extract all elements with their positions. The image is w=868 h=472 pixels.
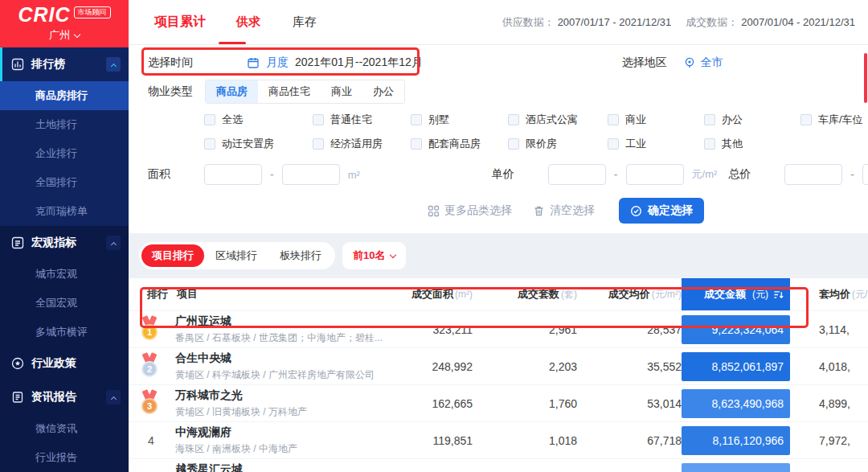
col-units: 成交套数 — [518, 288, 559, 300]
checkbox-box[interactable] — [204, 138, 215, 150]
checkbox-item[interactable]: 经济适用房 — [313, 135, 411, 153]
sidebar-section-policy[interactable]: 行业政策 — [0, 347, 129, 380]
price-min-input[interactable] — [548, 164, 606, 185]
checkbox-item[interactable]: 商业 — [608, 111, 704, 129]
table-row[interactable]: 1 广州亚运城番禺区 / 石基板块 / 世茂集团；中海地产；碧桂... 323,… — [129, 310, 868, 347]
col-rank: 排行 — [129, 287, 175, 302]
table-row[interactable]: 4 中海观澜府海珠区 / 南洲板块 / 中海地产 119,851 1,018 6… — [129, 421, 868, 458]
sidebar-item-industry-report[interactable]: 行业报告 — [0, 443, 129, 472]
collapse-toggle[interactable] — [106, 236, 121, 250]
checkbox-box[interactable] — [508, 114, 519, 125]
checkbox-box[interactable] — [313, 114, 324, 125]
tab-block-ranking[interactable]: 板块排行 — [268, 244, 333, 267]
deal-amount-cell: 8,623,490,968 — [682, 389, 790, 418]
checkbox-item[interactable]: 全选 — [204, 111, 313, 129]
checkbox-box[interactable] — [508, 138, 519, 150]
table-row[interactable]: 2 合生中央城黄埔区 / 科学城板块 / 广州宏祥房地产有限公司 248,992… — [129, 347, 868, 384]
chevron-up-icon — [110, 63, 116, 68]
sidebar-item-cric-list[interactable]: 克而瑞榜单 — [0, 197, 129, 226]
price-max-input[interactable] — [626, 164, 684, 185]
ptype-tab-residential[interactable]: 商品住宅 — [258, 80, 321, 103]
sidebar-item-land-ranking[interactable]: 土地排行 — [0, 110, 129, 139]
property-type-tabs: 商品房 商品住宅 商业 办公 — [205, 80, 405, 104]
grid-icon — [428, 205, 440, 217]
checkbox-item[interactable]: 别墅 — [411, 111, 508, 129]
checkbox-box[interactable] — [313, 138, 324, 150]
tab-district-ranking[interactable]: 区域排行 — [204, 244, 268, 267]
brand-logo[interactable]: CRIC 市场顾问 广州 — [0, 0, 129, 47]
ptype-tab-office[interactable]: 办公 — [362, 80, 404, 103]
area-max-input[interactable] — [282, 164, 340, 185]
tab-inventory[interactable]: 库存 — [293, 14, 317, 30]
checkbox-box[interactable] — [704, 114, 715, 125]
more-categories-button[interactable]: 更多品类选择 — [428, 203, 512, 218]
area-min-input[interactable] — [204, 164, 262, 185]
rank-number: 4 — [129, 434, 175, 447]
col-amount-sortable[interactable]: 成交金额(元) — [682, 278, 790, 310]
sidebar-item-multicity[interactable]: 多城市横评 — [0, 318, 129, 347]
project-name[interactable]: 中海观澜府 — [175, 425, 352, 440]
project-subtitle: 番禺区 / 石基板块 / 世茂集团；中海地产；碧桂... — [175, 331, 352, 345]
col-per-unit-price: 套均价 — [819, 288, 850, 300]
region-value[interactable]: 全市 — [701, 55, 723, 70]
checkbox-item[interactable]: 其他 — [704, 135, 800, 153]
time-range-value[interactable]: 2021年01月--2021年12月 — [295, 55, 423, 70]
deal-amount-cell: 9,223,324,064 — [682, 315, 790, 344]
scrollbar-thumb-red[interactable] — [864, 53, 867, 103]
total-min-input[interactable] — [784, 164, 842, 185]
gold-medal-icon: 1 — [140, 315, 159, 341]
project-name[interactable]: 万科城市之光 — [175, 388, 352, 403]
sidebar-item-enterprise-ranking[interactable]: 企业排行 — [0, 139, 129, 168]
sidebar-section-macro[interactable]: 宏观指标 — [0, 226, 129, 260]
top-n-dropdown[interactable]: 前10名 — [342, 242, 406, 269]
collapse-toggle[interactable] — [106, 57, 121, 72]
sidebar-item-commodity-ranking[interactable]: 商品房排行 — [0, 81, 129, 110]
sidebar-item-city-macro[interactable]: 城市宏观 — [0, 260, 129, 289]
checkbox-item[interactable]: 酒店式公寓 — [508, 111, 608, 129]
checkbox-box[interactable] — [204, 114, 215, 125]
total-max-input[interactable] — [862, 164, 868, 185]
sidebar-section-report[interactable]: 资讯报告 — [0, 380, 129, 414]
checkbox-box[interactable] — [608, 114, 619, 125]
project-name[interactable]: 越秀星汇云城 — [175, 462, 352, 472]
tab-project-ranking[interactable]: 项目排行 — [141, 244, 204, 267]
project-subtitle: 黄埔区 / 旧黄埔板块 / 万科地产 — [175, 405, 352, 419]
table-row[interactable]: 5 越秀星汇云城白云区 / 同和板块 / 平安信托；越秀地产 135,816 2… — [129, 458, 868, 472]
checkbox-item[interactable]: 办公 — [704, 111, 800, 129]
checkbox-box[interactable] — [800, 114, 812, 125]
deal-range-value: 2007/01/04 - 2021/12/31 — [741, 16, 855, 28]
confirm-selection-button[interactable]: 确定选择 — [619, 198, 704, 224]
table-row[interactable]: 3 万科城市之光黄埔区 / 旧黄埔板块 / 万科地产 162,665 1,760… — [129, 384, 868, 421]
time-range-picker[interactable]: 月度 2021年01月--2021年12月 — [247, 55, 423, 70]
checkbox-item[interactable]: 动迁安置房 — [204, 135, 313, 153]
document-icon — [11, 391, 24, 404]
sidebar-item-wechat-news[interactable]: 微信资讯 — [0, 414, 129, 443]
checkbox-item[interactable]: 工业 — [608, 135, 704, 153]
clear-selection-button[interactable]: 清空选择 — [533, 203, 595, 218]
ptype-tab-commodity[interactable]: 商品房 — [206, 80, 258, 103]
period-mode[interactable]: 月度 — [266, 55, 289, 70]
sidebar-item-national-macro[interactable]: 全国宏观 — [0, 289, 129, 318]
tab-supply-demand[interactable]: 供求 — [236, 14, 260, 30]
checkbox-item[interactable]: 限价房 — [508, 135, 608, 153]
check-circle-icon — [630, 205, 642, 217]
checkbox-item[interactable]: 普通住宅 — [313, 111, 411, 129]
sidebar-section-ranking[interactable]: 排行榜 — [0, 47, 129, 81]
checkbox-box[interactable] — [704, 138, 715, 150]
silver-medal-icon: 2 — [140, 352, 159, 378]
checkbox-item[interactable]: 车库/车位 — [800, 111, 868, 129]
checkbox-item[interactable]: 配套商品房 — [411, 135, 508, 153]
checkbox-box[interactable] — [608, 138, 619, 150]
checkbox-box[interactable] — [411, 138, 422, 150]
deal-area: 248,992 — [352, 360, 473, 373]
ranking-table: 排行 项目 成交面积(m²) 成交套数(套) 成交均价(元/m²) 成交金额(元… — [129, 278, 868, 472]
city-selector[interactable]: 广州 — [49, 28, 80, 43]
project-name[interactable]: 广州亚运城 — [175, 314, 352, 329]
project-subtitle: 海珠区 / 南洲板块 / 中海地产 — [175, 442, 352, 456]
deal-area: 119,851 — [352, 434, 473, 447]
ptype-tab-commercial[interactable]: 商业 — [321, 80, 362, 103]
collapse-toggle[interactable] — [106, 390, 121, 404]
project-name[interactable]: 合生中央城 — [175, 351, 352, 366]
sidebar-item-national-ranking[interactable]: 全国排行 — [0, 168, 129, 197]
checkbox-box[interactable] — [411, 114, 422, 125]
